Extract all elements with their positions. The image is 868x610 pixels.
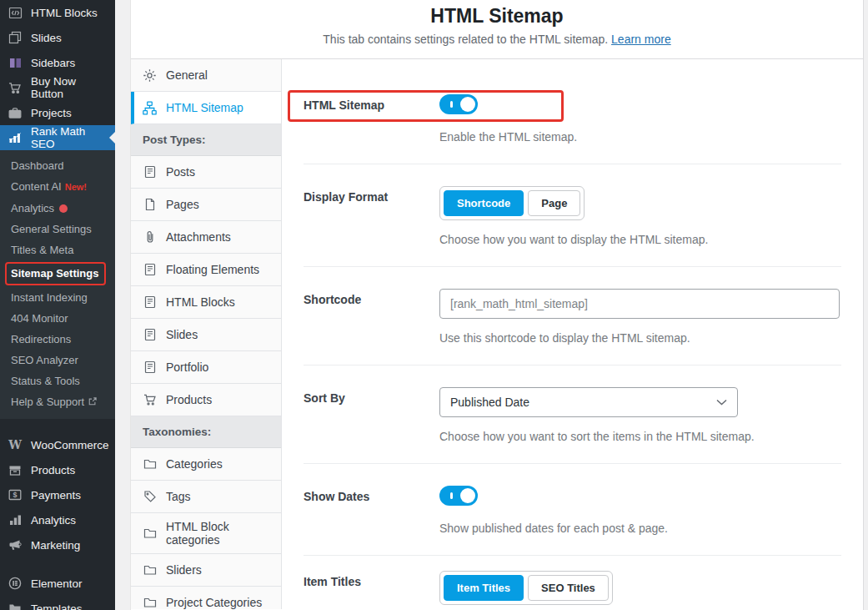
external-link-icon	[88, 397, 97, 406]
tab-label: Pages	[166, 198, 199, 211]
sidebar-item-slides[interactable]: Slides	[0, 25, 115, 50]
sidebar-item-elementor[interactable]: Elementor	[0, 571, 115, 596]
page-header: HTML Sitemap This tab contains settings …	[131, 0, 863, 59]
tab-label: HTML Blocks	[166, 295, 235, 309]
sidebar-item-label: Sidebars	[31, 57, 75, 69]
sidebar-item-html-blocks[interactable]: HTML Blocks	[0, 0, 115, 25]
page-option-button[interactable]: Page	[528, 190, 580, 216]
tab-floating-elements[interactable]: Floating Elements	[131, 254, 281, 286]
tab-label: HTML Block categories	[166, 520, 273, 547]
sidebar-item-buy-now-button[interactable]: Buy Now Button	[0, 75, 115, 100]
folder-icon	[143, 457, 157, 471]
sidebars-icon	[7, 57, 23, 69]
menu-separator	[0, 557, 115, 571]
seo-titles-option-button[interactable]: SEO Titles	[528, 575, 609, 601]
tab-html-blocks[interactable]: HTML Blocks	[131, 286, 281, 319]
tab-general[interactable]: General	[131, 59, 281, 92]
tab-products[interactable]: Products	[131, 384, 281, 416]
field-item-titles: Item Titles Item Titles SEO Titles Show …	[304, 556, 841, 609]
tab-attachments[interactable]: Attachments	[131, 221, 281, 254]
cart-icon	[143, 393, 157, 406]
briefcase-icon	[7, 107, 23, 119]
bar-chart-icon	[7, 514, 23, 526]
shortcode-input[interactable]	[439, 289, 840, 319]
folder-icon	[7, 602, 23, 610]
submenu-item-titles-meta[interactable]: Titles & Meta	[0, 239, 115, 260]
sidebar-item-analytics[interactable]: Analytics	[0, 507, 115, 532]
field-html-sitemap: HTML Sitemap Enable the HTML sitemap.	[304, 59, 841, 164]
sidebar-item-sidebars[interactable]: Sidebars	[0, 50, 115, 75]
field-display-format: Display Format Shortcode Page Choose how…	[304, 164, 841, 267]
tab-slides[interactable]: Slides	[131, 319, 281, 351]
annotation-box: Sitemap Settings	[5, 262, 106, 285]
code-icon	[7, 7, 23, 19]
elementor-icon	[7, 577, 23, 590]
field-help: Choose how you want to display the HTML …	[439, 233, 841, 246]
post-icon	[143, 263, 157, 276]
sidebar-item-payments[interactable]: $ Payments	[0, 482, 115, 507]
field-label: Sort By	[304, 387, 439, 443]
selected-value: Published Date	[450, 396, 529, 409]
tab-pages[interactable]: Pages	[131, 189, 281, 221]
post-icon	[143, 328, 157, 341]
submenu-item-redirections[interactable]: Redirections	[0, 329, 115, 350]
sidebar-item-label: Rank Math SEO	[31, 125, 108, 150]
sidebar-item-label: Payments	[31, 489, 81, 502]
svg-text:$: $	[13, 491, 17, 499]
sort-by-select[interactable]: Published Date	[439, 387, 738, 417]
payments-icon: $	[7, 489, 23, 501]
woocommerce-icon: W	[7, 438, 23, 451]
show-dates-toggle[interactable]	[439, 486, 478, 506]
submenu-item-dashboard[interactable]: Dashboard	[0, 155, 115, 176]
sidebar-item-rank-math-seo[interactable]: Rank Math SEO	[0, 125, 115, 150]
tab-html-block-categories[interactable]: HTML Block categories	[131, 513, 281, 554]
submenu-item-status-tools[interactable]: Status & Tools	[0, 371, 115, 391]
sidebar-item-woocommerce[interactable]: W WooCommerce	[0, 432, 115, 457]
tab-html-sitemap[interactable]: HTML Sitemap	[131, 92, 281, 124]
sidebar-item-label: Buy Now Button	[31, 75, 108, 100]
tab-sliders[interactable]: Sliders	[131, 554, 281, 587]
paperclip-icon	[143, 230, 157, 244]
page-subtitle: This tab contains settings related to th…	[131, 33, 863, 46]
notification-dot	[59, 204, 68, 213]
sidebar-item-projects[interactable]: Projects	[0, 100, 115, 125]
sidebar-item-marketing[interactable]: Marketing	[0, 532, 115, 557]
submenu-item-404-monitor[interactable]: 404 Monitor	[0, 308, 115, 329]
tab-label: Project Categories	[166, 596, 262, 609]
page-icon	[143, 198, 157, 211]
sidebar-item-templates[interactable]: Templates	[0, 596, 115, 610]
submenu-item-help-support[interactable]: Help & Support	[0, 391, 115, 412]
html-sitemap-toggle[interactable]	[439, 94, 478, 114]
sidebar-item-products[interactable]: Products	[0, 457, 115, 482]
tab-project-categories[interactable]: Project Categories	[131, 587, 281, 609]
field-help: Use this shortcode to display the HTML s…	[439, 331, 841, 345]
field-label: Display Format	[304, 186, 439, 246]
field-help: Enable the HTML sitemap.	[439, 130, 841, 144]
sidebar-item-label: HTML Blocks	[31, 7, 98, 19]
tab-tags[interactable]: Tags	[131, 481, 281, 513]
submenu-item-instant-indexing[interactable]: Instant Indexing	[0, 287, 115, 308]
slides-icon	[7, 31, 23, 44]
submenu-item-seo-analyzer[interactable]: SEO Analyzer	[0, 350, 115, 371]
sidebar-item-label: Analytics	[31, 514, 76, 527]
tag-icon	[143, 490, 157, 503]
folder-icon	[143, 527, 157, 540]
submenu-item-content-ai[interactable]: Content AINew!	[0, 176, 115, 198]
submenu-item-sitemap-settings[interactable]: Sitemap Settings	[0, 260, 115, 287]
sidebar-item-label: WooCommerce	[31, 439, 109, 451]
tab-label: Posts	[166, 165, 195, 179]
tab-categories[interactable]: Categories	[131, 448, 281, 481]
shortcode-option-button[interactable]: Shortcode	[444, 190, 524, 216]
tab-label: Floating Elements	[166, 263, 259, 276]
submenu-item-general-settings[interactable]: General Settings	[0, 219, 115, 239]
chevron-down-icon	[716, 399, 727, 406]
learn-more-link[interactable]: Learn more	[611, 33, 671, 46]
submenu-item-analytics[interactable]: Analytics	[0, 198, 115, 219]
sidebar-item-label: Products	[31, 464, 75, 476]
folder-icon	[143, 596, 157, 609]
tab-posts[interactable]: Posts	[131, 156, 281, 189]
item-titles-option-button[interactable]: Item Titles	[444, 575, 524, 601]
folder-icon	[143, 563, 157, 577]
field-label: Item Titles	[304, 571, 439, 609]
tab-portfolio[interactable]: Portfolio	[131, 351, 281, 384]
